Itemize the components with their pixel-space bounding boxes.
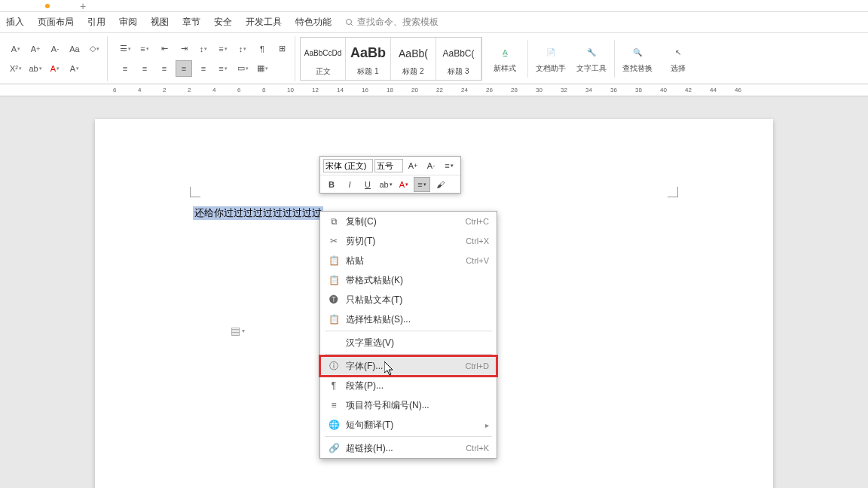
context-menu-item[interactable]: ⓘ字体(F)...Ctrl+D [320,356,497,376]
menu-page-layout[interactable]: 页面布局 [38,16,74,29]
ruler-tick: 24 [461,87,468,93]
selected-text[interactable]: 还给你过过过过过过过过过过 [193,206,323,220]
mini-size-input[interactable] [374,159,403,172]
menu-bar: 插入 页面布局 引用 审阅 视图 章节 安全 开发工具 特色功能 查找命令、搜索… [0,12,868,33]
menu-item-shortcut: Ctrl+V [466,256,489,265]
decrease-indent-button[interactable]: ⇤ [156,41,173,57]
magnifier-icon: 🔍 [628,44,646,62]
bullets-icon: ≡ [326,400,341,410]
context-menu-item[interactable]: 🔗超链接(H)...Ctrl+K [320,438,497,458]
mini-grow-font[interactable]: A+ [405,158,421,173]
font-dropdown[interactable]: A [8,41,24,57]
increase-indent-button[interactable]: ⇥ [176,41,192,57]
menu-security[interactable]: 安全 [214,16,232,29]
new-style-button[interactable]: A̲ 新样式 [487,37,523,81]
context-menu-item[interactable]: ⧉复制(C)Ctrl+C [320,212,497,231]
context-menu-item[interactable]: 📋粘贴Ctrl+V [320,251,497,270]
context-menu-item[interactable]: ✂剪切(T)Ctrl+X [320,231,497,251]
page-options-icon[interactable]: ▤ [231,325,245,337]
menu-chapter[interactable]: 章节 [182,16,200,29]
mini-italic-button[interactable]: I [341,177,358,192]
style-body[interactable]: AaBbCcDd 正文 [301,38,346,80]
context-menu-item[interactable]: 🌐短句翻译(T)▸ [320,415,497,435]
menu-developer[interactable]: 开发工具 [246,16,282,29]
menu-item-shortcut: Ctrl+X [466,236,489,246]
highlight-button[interactable]: ab [27,60,44,77]
clear-format-button[interactable]: ◇ [86,41,102,57]
mini-format-painter[interactable]: 🖌 [432,177,448,192]
menu-item-label: 剪切(T) [341,235,466,248]
context-menu-item[interactable]: 汉字重选(V) [320,333,497,352]
text-direction-button[interactable]: ↕ [195,41,212,57]
ruler-tick: 26 [486,87,493,93]
mini-font-color-button[interactable]: A [396,177,412,192]
doc-assistant-button[interactable]: 📄 文档助手 [533,37,569,81]
new-tab-button[interactable]: + [80,0,86,12]
align-button[interactable]: ≡ [215,41,231,57]
style-heading1[interactable]: AaBb 标题 1 [346,38,391,80]
sort-button[interactable]: ↕ [234,41,251,57]
horizontal-ruler[interactable]: 6422468101214161820222426283032343638404… [0,84,868,96]
menu-review[interactable]: 审阅 [119,16,137,29]
ruler-tick: 40 [660,87,667,93]
menu-insert[interactable]: 插入 [6,16,24,29]
select-button[interactable]: ↖ 选择 [660,37,696,81]
ruler-tick: 42 [685,87,692,93]
menu-item-label: 超链接(H)... [341,442,466,455]
mini-highlight-button[interactable]: ab [377,177,394,192]
style-gallery[interactable]: AaBbCcDd 正文 AaBb 标题 1 AaBb( 标题 2 AaBbC( … [300,37,482,81]
mini-bold-button[interactable]: B [323,177,340,192]
context-menu-item[interactable]: 🅣只粘贴文本(T) [320,290,497,310]
mini-align-button[interactable]: ≡ [414,177,430,192]
ruler-tick: 2 [188,87,191,93]
menu-item-label: 段落(P)... [341,380,489,392]
menu-item-label: 复制(C) [341,215,466,228]
context-menu-item[interactable]: 📋选择性粘贴(S)... [320,310,497,329]
menu-item-label: 项目符号和编号(N)... [341,399,489,412]
menu-item-label: 字体(F)... [341,360,466,373]
font-size-group: A A+ A- Aa ◇ X² ab A A [3,36,108,81]
style-heading2[interactable]: AaBb( 标题 2 [391,38,436,80]
mini-font-input[interactable] [323,159,373,172]
shading-button[interactable]: ▭ [234,60,251,77]
command-search[interactable]: 查找命令、搜索模板 [345,16,439,29]
find-replace-button[interactable]: 🔍 查找替换 [619,37,656,81]
align-distribute-button[interactable]: ≡ [195,60,212,77]
align-justify-button[interactable]: ≡ [176,60,192,77]
decrease-font-button[interactable]: A- [47,41,63,57]
menu-item-label: 选择性粘贴(S)... [341,313,489,326]
increase-font-button[interactable]: A+ [27,41,44,57]
align-center-button[interactable]: ≡ [136,60,153,77]
context-menu-item[interactable]: ≡项目符号和编号(N)... [320,395,497,415]
table-button[interactable]: ⊞ [274,41,290,57]
mini-underline-button[interactable]: U [359,177,376,192]
align-right-button[interactable]: ≡ [156,60,173,77]
context-menu-item[interactable]: ¶段落(P)... [320,376,497,395]
char-shading-button[interactable]: A [66,60,83,77]
menu-special[interactable]: 特色功能 [295,16,332,29]
show-marks-button[interactable]: ¶ [254,41,270,57]
ruler-tick: 2 [163,87,166,93]
numbering-button[interactable]: ≡ [136,41,153,57]
mini-shrink-font[interactable]: A- [423,158,439,173]
bullets-button[interactable]: ☰ [117,41,133,57]
context-menu-item[interactable]: 📋带格式粘贴(K) [320,270,497,290]
align-left-button[interactable]: ≡ [117,60,133,77]
line-spacing-button[interactable]: ≡ [215,60,231,77]
borders-button[interactable]: ▦ [254,60,270,77]
superscript-button[interactable]: X² [8,60,24,77]
font-color-button[interactable]: A [47,60,63,77]
menu-view[interactable]: 视图 [151,16,169,29]
style-heading3[interactable]: AaBbC( 标题 3 [436,38,481,80]
paragraph-group: ☰ ≡ ⇤ ⇥ ↕ ≡ ↕ ¶ ⊞ ≡ ≡ ≡ ≡ ≡ ≡ ▭ ▦ [112,36,295,81]
change-case-button[interactable]: Aa [66,41,83,57]
menu-item-label: 汉字重选(V) [341,337,489,349]
para-icon: ¶ [326,380,341,391]
ruler-tick: 6 [113,87,116,93]
text-tool-button[interactable]: 🔧 文字工具 [573,37,610,81]
ruler-tick: 8 [262,87,265,93]
menu-item-label: 只粘贴文本(T) [341,294,489,307]
mini-list-button[interactable]: ≡ [441,158,457,173]
menu-references[interactable]: 引用 [87,16,105,29]
menu-item-shortcut: Ctrl+K [466,444,489,453]
